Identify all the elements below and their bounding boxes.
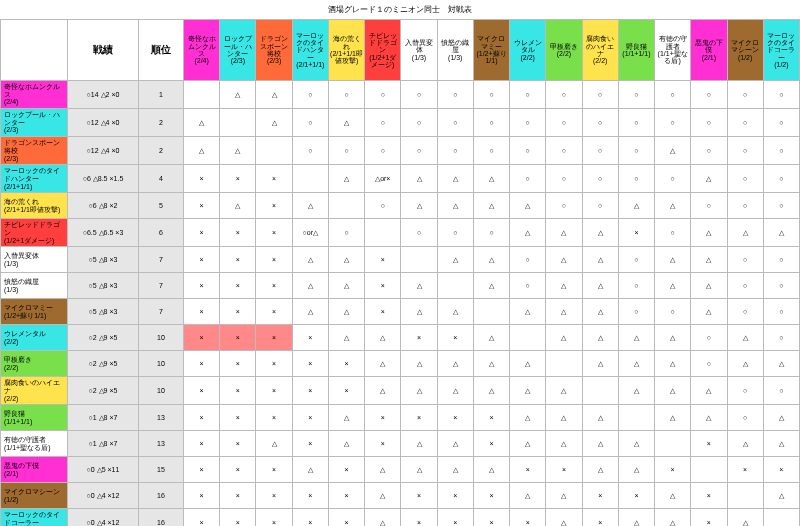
matchup-cell: × [256,165,292,193]
matchup-cell: ○ [473,219,509,247]
matchup-cell: △ [365,377,401,405]
matchup-cell: × [365,405,401,431]
matchup-cell: △ [582,219,618,247]
matchup-cell: ○ [618,81,654,109]
matchup-cell: △ [256,81,292,109]
rank-cell: 2 [139,109,184,137]
row-header: 有徳の守護者(1/1+聖なる盾) [1,431,68,457]
matchup-cell: △ [727,351,763,377]
matchup-cell: △ [691,405,727,431]
matchup-cell: △ [437,431,473,457]
matchup-cell: △or× [365,165,401,193]
matchup-cell: △ [546,483,582,509]
matchup-cell: △ [256,109,292,137]
matchup-cell: ○ [727,299,763,325]
matchup-cell: △ [473,273,509,299]
matchup-cell: × [220,483,256,509]
matchup-cell: △ [328,325,364,351]
matchup-cell: ○ [510,247,546,273]
matchup-cell: △ [401,193,437,219]
rank-cell: 13 [139,405,184,431]
matchup-cell: × [220,509,256,526]
matchup-cell: ○ [582,109,618,137]
record-cell: ○14 △2 ×0 [68,81,139,109]
matchup-cell: △ [510,219,546,247]
matchup-cell: × [292,351,328,377]
matchup-cell: × [437,483,473,509]
matchup-cell [727,483,763,509]
matchup-cell: ○ [437,109,473,137]
matchup-cell: × [473,431,509,457]
matchup-cell: ○ [763,325,799,351]
matchup-cell: ○ [365,193,401,219]
row-header: ドラゴンスポーン将校(2/3) [1,137,68,165]
col-blank [1,20,68,81]
matchup-cell: ○ [437,137,473,165]
matchup-cell: × [256,457,292,483]
matchup-cell: △ [691,377,727,405]
matchup-cell: × [184,405,220,431]
record-cell: ○1 △8 ×7 [68,405,139,431]
matchup-cell: △ [184,109,220,137]
row-header: マーロックのタイドコーラー(1/2) [1,509,68,526]
matchup-cell: × [328,351,364,377]
col-header: 奇怪なホムンクルス(2/4) [184,20,220,81]
matchup-cell: × [292,325,328,351]
matchup-cell: △ [473,457,509,483]
matchup-cell: ○ [691,325,727,351]
matchup-cell: × [365,299,401,325]
matchup-cell: ○ [437,219,473,247]
matchup-cell: ○ [618,137,654,165]
matchup-cell: △ [618,193,654,219]
matchup-cell: △ [582,273,618,299]
matchup-cell: △ [437,193,473,219]
rank-cell: 5 [139,193,184,219]
col-header: 腐肉食いのハイエナ(2/2) [582,20,618,81]
matchup-cell: × [691,509,727,526]
matchup-cell: △ [437,165,473,193]
matchup-cell: △ [292,247,328,273]
rank-cell: 4 [139,165,184,193]
matchup-cell: △ [691,219,727,247]
matchup-cell: × [546,457,582,483]
matchup-cell: × [220,219,256,247]
matchup-cell: △ [763,219,799,247]
matchup-cell: × [256,219,292,247]
matchup-cell: △ [510,483,546,509]
matchup-cell: × [401,509,437,526]
record-cell: ○12 △4 ×0 [68,109,139,137]
matchup-cell: △ [618,431,654,457]
matchup-cell: × [184,219,220,247]
matchup-cell: △ [328,247,364,273]
matchup-cell: ○ [655,109,691,137]
matchup-cell: ○ [655,81,691,109]
col-header: 有徳の守護者(1/1+聖なる盾) [655,20,691,81]
record-cell: ○2 △9 ×5 [68,325,139,351]
matchup-cell: × [220,377,256,405]
matchup-cell: ○ [582,165,618,193]
matchup-cell: ○ [401,109,437,137]
matchup-cell: △ [401,431,437,457]
matchup-cell: × [691,431,727,457]
matchup-cell: × [328,377,364,405]
row-header: チビレッドドラゴン(1/2+1ダメージ) [1,219,68,247]
col-header: マーロックのタイドハンター(2/1+1/1) [292,20,328,81]
matchup-cell: × [401,483,437,509]
matchup-cell: × [365,273,401,299]
matchup-cell: × [184,509,220,526]
record-cell: ○5 △8 ×3 [68,299,139,325]
matchup-cell: ○ [727,165,763,193]
matchup-cell [618,405,654,431]
matchup-cell: △ [618,457,654,483]
row-header: マーロックのタイドハンター(2/1+1/1) [1,165,68,193]
matchup-cell: △ [618,325,654,351]
rank-cell: 10 [139,377,184,405]
matchup-cell: × [184,165,220,193]
col-header: 悪鬼の下僕(2/1) [691,20,727,81]
matchup-cell: △ [401,351,437,377]
matchup-cell [256,137,292,165]
matchup-cell: △ [401,165,437,193]
matchup-cell: △ [691,299,727,325]
matchup-cell: △ [292,457,328,483]
record-cell: ○6 △8 ×2 [68,193,139,219]
